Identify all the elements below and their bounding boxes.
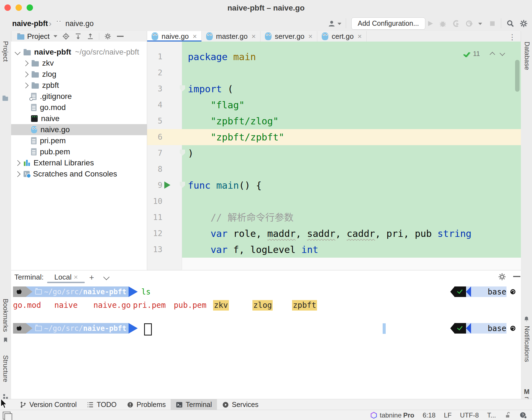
next-problem-icon[interactable] xyxy=(500,50,505,56)
expand-all-icon[interactable] xyxy=(75,33,82,40)
unlocked-icon[interactable] xyxy=(504,412,511,419)
profiler-caret-icon[interactable] xyxy=(478,23,482,25)
chevron-right-icon[interactable] xyxy=(23,71,29,77)
terminal-output[interactable]: ~/go/src/naive-pbft ls base go.mod naive… xyxy=(11,283,521,399)
chevron-right-icon[interactable] xyxy=(15,171,21,177)
folder-icon xyxy=(35,326,42,331)
prompt-chevron-icon xyxy=(129,286,138,297)
notifications-bell-icon[interactable] xyxy=(523,316,530,322)
close-tab-icon[interactable]: × xyxy=(193,32,197,41)
stripe-database-button[interactable]: Database xyxy=(523,42,531,70)
tab-overflow-icon[interactable]: ⋮ xyxy=(508,33,516,42)
code-editor[interactable]: 12 34 56 78 910 1112 13 package main imp… xyxy=(147,42,521,270)
chevron-right-icon[interactable] xyxy=(23,60,29,66)
project-panel-title[interactable]: Project xyxy=(27,32,50,41)
tab-master-go[interactable]: master.go × xyxy=(202,31,260,42)
project-tree[interactable]: naive-pbft ~/go/src/naive-pbft zkv zlog … xyxy=(11,42,147,270)
window-panels-icon[interactable] xyxy=(3,412,11,419)
status-segment xyxy=(454,286,466,297)
prompt-os-segment xyxy=(13,323,26,334)
project-view-caret-icon[interactable] xyxy=(53,35,57,37)
stripe-bookmarks-button[interactable]: Bookmarks xyxy=(2,299,9,332)
close-tab-icon[interactable]: × xyxy=(358,32,362,41)
version-control-button[interactable]: Version Control xyxy=(14,399,82,410)
bookmark-icon[interactable] xyxy=(2,337,9,343)
chevron-down-icon[interactable] xyxy=(15,49,21,55)
help-globe-icon[interactable]: ? xyxy=(519,411,527,419)
close-tab-icon[interactable]: × xyxy=(252,32,256,41)
hide-panel-icon[interactable] xyxy=(117,36,124,37)
stripe-notifications-button[interactable]: Notifications xyxy=(523,326,531,362)
tree-item-zlog[interactable]: zlog xyxy=(11,69,147,80)
caret-position[interactable]: 6:18 xyxy=(423,411,436,419)
tree-item-pri-pem[interactable]: pri.pem xyxy=(11,135,147,146)
file-encoding[interactable]: UTF-8 xyxy=(460,411,479,419)
terminal-sessions-chevron-icon[interactable] xyxy=(103,274,110,280)
prev-problem-icon[interactable] xyxy=(490,52,495,57)
truncated-status[interactable]: T... xyxy=(487,411,496,419)
tree-item-pub-pem[interactable]: pub.pem xyxy=(11,146,147,157)
collaborators-icon[interactable] xyxy=(328,20,336,27)
chevron-right-icon[interactable] xyxy=(15,160,21,166)
tool-window-bar: Version Control TODO Problems Terminal S… xyxy=(0,399,532,410)
todo-button[interactable]: TODO xyxy=(82,399,122,410)
search-everywhere-icon[interactable] xyxy=(507,20,514,27)
editor-scrollbar[interactable] xyxy=(515,60,520,92)
new-terminal-session-icon[interactable]: + xyxy=(89,273,94,282)
debug-icon[interactable] xyxy=(439,20,447,27)
stripe-folder-icon[interactable] xyxy=(2,97,8,101)
breadcrumb-file[interactable]: naive.go xyxy=(65,19,94,28)
locate-file-icon[interactable] xyxy=(62,33,70,40)
right-tool-stripe: Database Notifications M make xyxy=(521,31,532,410)
tree-item-external-libraries[interactable]: External Libraries xyxy=(11,157,147,168)
tab-label: cert.go xyxy=(332,32,354,41)
line-separator[interactable]: LF xyxy=(444,411,452,419)
tree-item-zpbft[interactable]: zpbft xyxy=(11,80,147,91)
terminal-settings-gear-icon[interactable] xyxy=(498,273,506,281)
profiler-icon[interactable] xyxy=(466,20,473,27)
make-tool-icon[interactable]: M xyxy=(524,388,530,396)
services-button[interactable]: Services xyxy=(217,399,264,410)
run-with-coverage-icon[interactable] xyxy=(452,20,460,27)
go-file-icon xyxy=(322,32,328,40)
breadcrumb-project[interactable]: naive-pbft xyxy=(12,19,48,28)
stripe-project-button[interactable]: Project xyxy=(2,41,9,62)
tree-item-naive[interactable]: naive xyxy=(11,113,147,124)
inspection-widget[interactable]: 11 xyxy=(465,50,504,58)
tabnine-status[interactable]: tabninePro xyxy=(370,411,414,419)
toolbar-divider xyxy=(346,18,346,28)
ide-window: naive-pbft – naive.go naive-pbft › naive… xyxy=(0,0,532,420)
terminal-button[interactable]: Terminal xyxy=(171,399,217,410)
problems-button[interactable]: Problems xyxy=(122,399,171,410)
settings-gear-icon[interactable] xyxy=(520,20,528,27)
tree-item-go-mod[interactable]: go.mod xyxy=(11,102,147,113)
stripe-structure-button[interactable]: Structure xyxy=(2,355,9,382)
project-panel-header: Project xyxy=(11,31,147,42)
stop-icon[interactable] xyxy=(488,20,496,27)
close-tab-icon[interactable]: × xyxy=(308,32,313,41)
tab-server-go[interactable]: server.go × xyxy=(260,31,317,42)
close-terminal-tab-icon[interactable]: × xyxy=(74,273,78,281)
tree-item-naive-pbft[interactable]: naive-pbft ~/go/src/naive-pbft xyxy=(11,47,147,58)
run-icon[interactable] xyxy=(426,20,434,27)
tree-item-zkv[interactable]: zkv xyxy=(11,58,147,69)
tab-cert-go[interactable]: cert.go × xyxy=(317,31,367,42)
tree-item-scratches[interactable]: Scratches and Consoles xyxy=(11,168,147,180)
svg-text:?: ? xyxy=(522,413,524,417)
run-main-gutter-icon[interactable] xyxy=(164,181,170,189)
collaborators-caret-icon[interactable] xyxy=(337,23,341,25)
tree-item-naive-go[interactable]: naive.go xyxy=(11,124,147,135)
libraries-icon xyxy=(24,159,30,167)
add-configuration-button[interactable]: Add Configuration... xyxy=(351,17,425,30)
panel-settings-gear-icon[interactable] xyxy=(104,33,111,40)
hide-terminal-icon[interactable] xyxy=(513,276,520,277)
pill-chevron-icon xyxy=(450,323,455,334)
prompt-os-segment xyxy=(13,286,26,297)
chevron-right-icon[interactable] xyxy=(23,82,29,88)
tree-item-gitignore[interactable]: .gitignore xyxy=(11,91,147,102)
folder-icon xyxy=(24,50,31,55)
tab-naive-go[interactable]: naive.go × xyxy=(147,31,202,42)
terminal-tab-local[interactable]: Local xyxy=(54,273,71,281)
collapse-all-icon[interactable] xyxy=(87,33,94,40)
status-bar: tabninePro 6:18 LF UTF-8 T... ? xyxy=(0,410,532,420)
